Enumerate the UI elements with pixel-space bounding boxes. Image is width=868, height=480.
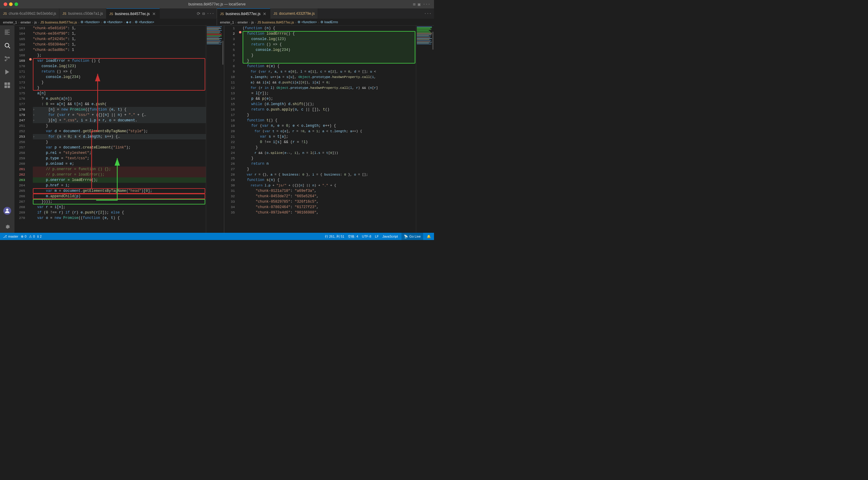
code-line-253: › for (s = 0; s < d.length; s++) {…: [33, 134, 206, 139]
code-line-263: p.onerror = loadErrro();: [33, 177, 206, 183]
svg-rect-4: [7, 82, 10, 85]
code-line-177: : 0 == a[n] && t[n] && e.push(: [33, 101, 206, 107]
right-code-line-26: return n: [243, 161, 416, 167]
code-line-170: console.log(123): [33, 64, 206, 69]
code-line-168: };: [33, 53, 206, 58]
language-text: JavaScript: [382, 235, 398, 238]
code-line-269: if (0 !== r) if (r) e.push(r[2]); else {: [33, 210, 206, 215]
tab-right-business-label: business.8d4577ec.js: [226, 12, 260, 16]
layout-icon[interactable]: ▣: [418, 2, 420, 7]
code-line-266: m.appendChild(p): [33, 194, 206, 199]
split-pane-icon[interactable]: ⊟: [202, 11, 205, 16]
breadcrumb-e[interactable]: ◈ e: [126, 20, 131, 24]
js-icon: JS: [62, 12, 66, 15]
right-minimap: [416, 26, 434, 233]
js-icon: JS: [273, 12, 277, 15]
user-avatar[interactable]: [3, 207, 11, 215]
right-bc-js[interactable]: js: [251, 21, 254, 24]
tab-business-c50[interactable]: JS business.c50de7a1.js: [59, 8, 106, 19]
go-live-button[interactable]: 📡 Go Live: [401, 233, 423, 240]
right-code-line-23: }: [243, 145, 416, 150]
code-line-262: // p.onerror = loadError();: [33, 172, 206, 177]
more-right-tabs-icon[interactable]: ···: [424, 11, 432, 16]
search-icon[interactable]: [3, 41, 11, 50]
tab-right-business[interactable]: JS business.8d4577ec.js ✕: [217, 8, 270, 19]
breadcrumb-emeter1[interactable]: emeter_1: [3, 21, 17, 24]
breadcrumb-file[interactable]: JS business.8d4577ec.js: [40, 21, 77, 24]
code-line-247: › }[n] + ".css", i = l.p + r, o = docume…: [33, 118, 206, 123]
fold-icon-247[interactable]: ›: [33, 119, 35, 122]
minimize-button[interactable]: [9, 2, 13, 6]
right-code-line-33: "chunk-05829785": "326f16c5",: [243, 199, 416, 204]
more-tabs-icon[interactable]: ···: [207, 11, 214, 16]
tab-business-8d4[interactable]: JS business.8d4577ec.js ✕: [106, 8, 160, 19]
fold-icon-253[interactable]: ›: [33, 135, 35, 139]
notifications-icon[interactable]: 🔔: [427, 235, 431, 239]
close-button[interactable]: [4, 2, 7, 6]
code-line-251: }: [33, 123, 206, 129]
breadcrumb-function2[interactable]: ⚙ <function>: [135, 20, 154, 24]
window-title: business.8d4577ec.js — localServe: [188, 2, 246, 6]
right-bc-file[interactable]: JS business.8d4577ec.js: [257, 21, 294, 24]
svg-rect-5: [4, 85, 7, 88]
right-gutter-dot: [239, 31, 241, 33]
maximize-button[interactable]: [14, 2, 18, 6]
breadcrumb-js[interactable]: js: [34, 21, 37, 24]
code-line-165: "chunk-ef24245c": 1,: [33, 36, 206, 42]
more-actions-icon[interactable]: ···: [423, 2, 430, 7]
right-code-line-31: "chunk-0121a710": "a69ef3a",: [243, 188, 416, 194]
go-live-icon: 📡: [404, 235, 408, 239]
statusbar-left: ⎇ master ⊗ 0 ⚠ 0 ℹ 2: [3, 235, 41, 239]
app-container: business.8d4577ec.js — localServe ⊞ ▣ ··…: [0, 0, 434, 240]
fold-icon-178[interactable]: ›: [33, 108, 35, 111]
language-mode[interactable]: JavaScript: [382, 235, 398, 238]
right-code-line-12: for (r in l) Object.prototype.hasOwnProp…: [243, 85, 416, 91]
breadcrumb-function1[interactable]: ⚙ <function>: [81, 20, 100, 24]
breadcrumb-emeter[interactable]: emeter: [21, 21, 31, 24]
warning-count[interactable]: ⚠ 0: [29, 235, 35, 239]
right-code-line-18: function t() {: [243, 118, 416, 123]
line-ending[interactable]: LF: [375, 235, 379, 238]
breadcrumb-type[interactable]: ⊕ <function>: [103, 20, 122, 24]
split-editor-icon[interactable]: ⊞: [413, 2, 415, 7]
right-bc-emeter[interactable]: emeter: [238, 21, 248, 24]
right-code-line-28: var r = {}, a = { business: 0 }, i = { b…: [243, 172, 416, 177]
right-minimap-thumb: [433, 32, 433, 50]
sync-icon[interactable]: ⟳: [197, 11, 200, 16]
extensions-icon[interactable]: [3, 81, 11, 90]
source-control-icon[interactable]: [3, 55, 11, 63]
branch-indicator[interactable]: ⎇ master: [3, 235, 19, 239]
right-code-line-13: = l[r]);: [243, 91, 416, 96]
code-line-174: }: [33, 85, 206, 91]
tab-right-document[interactable]: JS document.4332f79e.js: [270, 8, 318, 19]
js-icon: JS: [110, 12, 113, 16]
explorer-icon[interactable]: [3, 28, 11, 36]
left-editor-pane: 163164165166167 168169170171172 17317417…: [14, 26, 224, 233]
error-count[interactable]: ⊗ 0: [21, 235, 27, 239]
right-bc-function[interactable]: ⚙ <function>: [298, 20, 317, 24]
error-icon: ⊗: [21, 235, 24, 239]
right-code-line-25: }: [243, 156, 416, 161]
code-line-167: "chunk-ac5ad0bc": 1: [33, 47, 206, 53]
cursor-position[interactable]: 行 261, 列 51: [325, 234, 344, 239]
right-breadcrumb: emeter_1 › emeter › js › JS business.8d4…: [217, 19, 434, 26]
right-code-line-2: function loadErrro() {: [243, 31, 416, 36]
indentation[interactable]: 空格: 4: [348, 234, 358, 239]
right-line-numbers: 12345 678910 1112131415 1617181920 21222…: [224, 26, 238, 233]
right-editor-pane: 12345 678910 1112131415 1617181920 21222…: [224, 26, 434, 233]
tab-close-icon[interactable]: ✕: [152, 11, 156, 16]
right-bc-emeter1[interactable]: emeter_1: [220, 21, 234, 24]
run-debug-icon[interactable]: [3, 68, 11, 76]
code-line-264: p.href = i;: [33, 183, 206, 188]
right-bc-loaderrro[interactable]: ⚙ loadErrro: [320, 20, 338, 24]
tab-close-icon[interactable]: ✕: [262, 11, 267, 16]
settings-icon[interactable]: [3, 222, 11, 230]
info-count[interactable]: ℹ 2: [37, 235, 41, 239]
right-code-line-5: console.log(234): [243, 47, 416, 53]
code-line-178: › [n] = new Promise((function (e, t) {: [33, 107, 206, 112]
fold-icon-179[interactable]: ›: [33, 113, 35, 117]
tab-chunk[interactable]: JS chunk-6ca599d2.9e53eb6d.js: [0, 8, 59, 19]
right-code-line-27: }: [243, 167, 416, 172]
encoding[interactable]: UTF-8: [362, 235, 371, 238]
right-code-line-35: "chunk-0972e4d6": "90166988",: [243, 210, 416, 215]
